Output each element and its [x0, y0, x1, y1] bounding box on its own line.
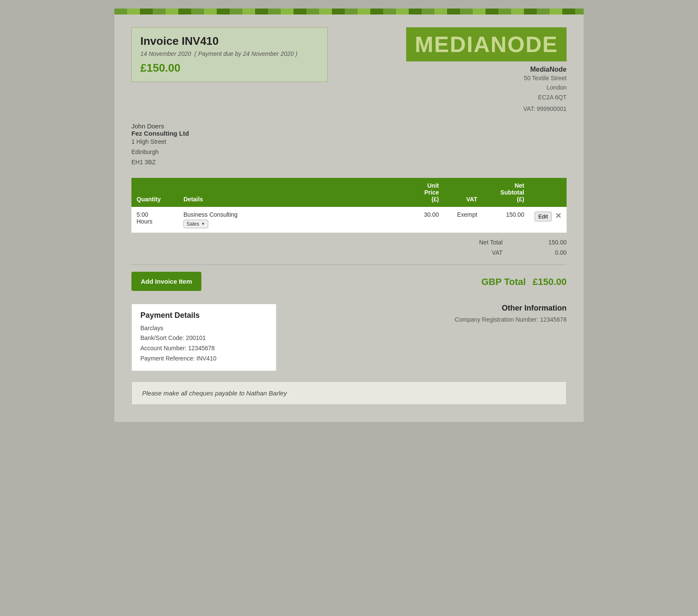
vat-row: VAT 0.00 [439, 247, 567, 258]
company-address: 50 Textile Street London EC2A 6QT [379, 73, 567, 102]
row-vat: Exempt [444, 207, 483, 233]
vat-number: VAT: 999900001 [379, 105, 567, 112]
top-stripe [114, 9, 584, 15]
totals-section: Net Total 150.00 VAT 0.00 [131, 237, 567, 258]
row-details: Business Consulting Sales ▼ [178, 207, 406, 233]
grand-total-label: GBP Total [481, 276, 526, 288]
edit-button[interactable]: Edit [535, 212, 552, 221]
sales-label: Sales [186, 221, 199, 227]
page-wrapper: Invoice INV410 14 November 2020 ( Paymen… [114, 9, 584, 422]
grand-total-value: £150.00 [532, 276, 567, 288]
account-number: Account Number: 12345678 [140, 343, 268, 354]
th-details: Details [178, 178, 406, 207]
payment-reference: Payment Reference: INV410 [140, 354, 268, 364]
invoice-amount: £150.00 [140, 61, 319, 75]
delete-button[interactable]: ✕ [555, 211, 561, 221]
billing-name: John Doers [131, 122, 567, 130]
other-info-text: Company Registration Number: 12345678 [353, 316, 567, 323]
th-unit-price: UnitPrice(£) [406, 178, 444, 207]
bottom-section: Payment Details Barclays Bank/Sort Code:… [131, 304, 567, 371]
grand-total-row: GBP Total £150.00 [481, 276, 567, 288]
other-info-title: Other Information [353, 304, 567, 313]
header-row: Invoice INV410 14 November 2020 ( Paymen… [131, 27, 567, 112]
sales-category-badge[interactable]: Sales ▼ [183, 220, 208, 228]
logo-box: MEDIANODE [406, 27, 567, 61]
row-quantity: 5:00Hours [131, 207, 178, 233]
vat-value: 0.00 [524, 249, 567, 256]
invoice-date: 14 November 2020 ( Payment due by 24 Nov… [140, 50, 319, 57]
row-net-subtotal: 150.00 [483, 207, 529, 233]
cheque-note-text: Please make all cheques payable to Natha… [142, 389, 287, 397]
totals-table: Net Total 150.00 VAT 0.00 [439, 237, 567, 258]
add-invoice-row: Add Invoice Item GBP Total £150.00 [131, 272, 567, 291]
bank-name: Barclays [140, 323, 268, 334]
sort-code: Bank/Sort Code: 200101 [140, 333, 268, 343]
chevron-down-icon: ▼ [201, 221, 205, 226]
billing-section: John Doers Fez Consulting Ltd 1 High Str… [131, 122, 567, 167]
invoice-box: Invoice INV410 14 November 2020 ( Paymen… [131, 27, 328, 82]
logo-text: MEDIANODE [415, 32, 558, 57]
net-total-value: 150.00 [524, 239, 567, 246]
payment-details-title: Payment Details [140, 311, 268, 320]
row-actions: Edit ✕ [529, 207, 567, 233]
vat-label: VAT [439, 249, 503, 256]
billing-company: Fez Consulting Ltd [131, 130, 567, 137]
totals-divider [131, 264, 567, 265]
payment-details-text: Barclays Bank/Sort Code: 200101 Account … [140, 323, 268, 364]
other-info-section: Other Information Company Registration N… [353, 304, 567, 323]
table-row: 5:00Hours Business Consulting Sales ▼ 30… [131, 207, 567, 233]
add-invoice-item-button[interactable]: Add Invoice Item [131, 272, 201, 291]
net-total-label: Net Total [439, 239, 503, 246]
th-actions [529, 178, 567, 207]
th-net-subtotal: NetSubtotal(£) [483, 178, 529, 207]
invoice-table: Quantity Details UnitPrice(£) VAT NetSub… [131, 178, 567, 233]
cheque-note-box: Please make all cheques payable to Natha… [131, 381, 567, 405]
row-unit-price: 30.00 [406, 207, 444, 233]
th-vat: VAT [444, 178, 483, 207]
th-quantity: Quantity [131, 178, 178, 207]
billing-address: 1 High Street Edinburgh EH1 3BZ [131, 137, 567, 167]
company-section: MEDIANODE MediaNode 50 Textile Street Lo… [379, 27, 567, 112]
payment-details-box: Payment Details Barclays Bank/Sort Code:… [131, 304, 276, 371]
company-name: MediaNode [379, 66, 567, 73]
invoice-title: Invoice INV410 [140, 35, 319, 48]
net-total-row: Net Total 150.00 [439, 237, 567, 247]
